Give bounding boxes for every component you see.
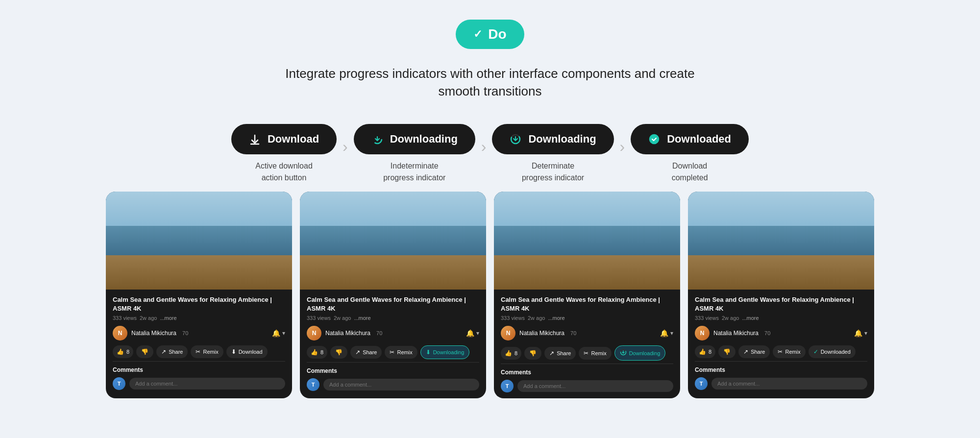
phone-3-channel-info: N Natalia Mikichura 70	[501, 326, 576, 341]
share-button-2[interactable]: ↗ Share	[350, 346, 382, 359]
spin-download-icon-2: ⬇	[426, 349, 431, 356]
download-button-label: Download	[268, 133, 319, 146]
phone-3-comment-row: T	[501, 380, 673, 392]
chevron-icon-3[interactable]: ▾	[670, 330, 673, 337]
phone-2-action-buttons: 👍 8 👎 ↗ Share ✂ Remix ⬇ Downloading	[307, 345, 479, 359]
phone-2-channel-name: Natalia Mikichura	[325, 330, 370, 337]
phone-4-channel-actions: 🔔 ▾	[854, 329, 867, 337]
dislike-button-4[interactable]: 👎	[718, 345, 735, 358]
phone-1-views: 333 views	[113, 315, 137, 321]
phone-2-thumbnail	[300, 192, 486, 290]
phone-2-content: Calm Sea and Gentle Waves for Relaxing A…	[300, 290, 486, 397]
bell-icon-2[interactable]: 🔔	[466, 329, 474, 337]
remix-button-1[interactable]: ✂ Remix	[191, 345, 223, 358]
downloading-determinate-label: Downloading	[528, 133, 596, 146]
share-button-4[interactable]: ↗ Share	[738, 345, 770, 358]
share-button-1[interactable]: ↗ Share	[156, 345, 188, 358]
phone-2-comments-label: Comments	[307, 367, 479, 374]
phone-4-comment-row: T	[695, 377, 867, 390]
bell-icon-4[interactable]: 🔔	[854, 329, 862, 337]
phone-4-channel-subs: 70	[764, 330, 770, 336]
dislike-button-2[interactable]: 👎	[330, 346, 347, 359]
phone-1-channel-avatar: N	[113, 326, 127, 341]
downloaded-button[interactable]: Downloaded	[631, 124, 749, 154]
dislike-button-1[interactable]: 👎	[136, 345, 153, 358]
like-button-2[interactable]: 👍 8	[307, 346, 327, 359]
state-downloaded: Downloaded Downloadcompleted	[631, 124, 749, 184]
chevron-icon-1[interactable]: ▾	[282, 330, 285, 337]
phone-3-more[interactable]: ...more	[548, 315, 564, 321]
phone-1-action-buttons: 👍 8 👎 ↗ Share ✂ Remix ⬇ Download	[113, 345, 285, 358]
share-button-3[interactable]: ↗ Share	[544, 347, 576, 360]
remix-icon-3: ✂	[584, 350, 588, 357]
downloading-indeterminate-button[interactable]: Downloading	[354, 124, 475, 154]
like-icon-4: 👍	[699, 348, 706, 355]
phone-4-channel-row: N Natalia Mikichura 70 🔔 ▾	[695, 326, 867, 341]
svg-point-4	[650, 135, 659, 144]
phone-2-channel-subs: 70	[376, 330, 382, 336]
state-download-description: Active downloadaction button	[255, 160, 313, 184]
download-action-button-3[interactable]: Downloading	[614, 345, 666, 361]
dislike-button-3[interactable]: 👎	[524, 347, 541, 360]
downloading-determinate-button[interactable]: Downloading	[492, 124, 613, 154]
download-small-icon-1: ⬇	[231, 348, 236, 355]
phone-4-views: 333 views	[695, 315, 719, 321]
phone-3-comments: Comments T	[501, 364, 673, 392]
phone-3-meta: 333 views 2w ago ...more	[501, 315, 673, 321]
phone-2-channel-actions: 🔔 ▾	[466, 329, 479, 337]
share-icon-4: ↗	[743, 348, 748, 355]
phone-4-comment-input[interactable]	[711, 378, 867, 389]
phone-1-video-title: Calm Sea and Gentle Waves for Relaxing A…	[113, 295, 285, 313]
remix-icon-4: ✂	[778, 348, 783, 355]
dislike-icon-1: 👎	[141, 348, 148, 355]
phone-3-action-buttons: 👍 8 👎 ↗ Share ✂ Remix	[501, 345, 673, 361]
phone-3-channel-subs: 70	[570, 330, 576, 336]
phone-4-meta: 333 views 2w ago ...more	[695, 315, 867, 321]
phone-1-comment-input[interactable]	[129, 378, 285, 389]
bell-icon-3[interactable]: 🔔	[660, 329, 668, 337]
dislike-icon-3: 👎	[529, 350, 537, 357]
download-action-button-4[interactable]: ✓ Downloaded	[808, 345, 856, 358]
phone-1-comments-label: Comments	[113, 366, 285, 373]
chevron-icon-2[interactable]: ▾	[476, 330, 479, 337]
downloaded-label: Downloaded	[667, 133, 731, 146]
remix-button-4[interactable]: ✂ Remix	[773, 345, 805, 358]
download-action-button-1[interactable]: ⬇ Download	[226, 345, 268, 358]
chevron-icon-4[interactable]: ▾	[864, 330, 867, 337]
phone-2-comment-input[interactable]	[323, 379, 479, 390]
phone-4-comments-label: Comments	[695, 366, 867, 373]
phone-3-content: Calm Sea and Gentle Waves for Relaxing A…	[494, 290, 680, 398]
download-icon	[249, 133, 261, 145]
main-heading: Integrate progress indicators with other…	[270, 65, 710, 100]
phone-1-time: 2w ago	[140, 315, 157, 321]
phone-4-time: 2w ago	[722, 315, 739, 321]
like-button-4[interactable]: 👍 8	[695, 345, 715, 358]
arrow-2: ›	[481, 138, 487, 156]
share-icon-2: ↗	[355, 349, 360, 356]
phone-1-channel-actions: 🔔 ▾	[272, 329, 285, 337]
phone-3-video-title: Calm Sea and Gentle Waves for Relaxing A…	[501, 295, 673, 313]
phone-1-content: Calm Sea and Gentle Waves for Relaxing A…	[106, 290, 292, 396]
progress-download-icon-3	[620, 349, 627, 357]
like-button-1[interactable]: 👍 8	[113, 345, 133, 358]
phone-3-views: 333 views	[501, 315, 525, 321]
state-download: Download Active downloadaction button	[231, 124, 337, 184]
phone-2-time: 2w ago	[334, 315, 351, 321]
phone-3-comments-label: Comments	[501, 369, 673, 376]
bell-icon-1[interactable]: 🔔	[272, 329, 280, 337]
states-row: Download Active downloadaction button › …	[231, 124, 749, 184]
phone-4-action-buttons: 👍 8 👎 ↗ Share ✂ Remix ✓ Downloaded	[695, 345, 867, 358]
like-icon-2: 👍	[311, 349, 318, 356]
remix-button-2[interactable]: ✂ Remix	[385, 346, 417, 359]
download-button[interactable]: Download	[231, 124, 337, 154]
phone-3-channel-row: N Natalia Mikichura 70 🔔 ▾	[501, 326, 673, 341]
remix-button-3[interactable]: ✂ Remix	[579, 347, 611, 360]
phone-2-more[interactable]: ...more	[354, 315, 370, 321]
arrow-3: ›	[620, 138, 625, 156]
phone-4-more[interactable]: ...more	[742, 315, 759, 321]
phone-2-video-title: Calm Sea and Gentle Waves for Relaxing A…	[307, 295, 479, 313]
like-button-3[interactable]: 👍 8	[501, 347, 521, 360]
phone-1-more[interactable]: ...more	[160, 315, 176, 321]
phone-3-comment-input[interactable]	[517, 380, 673, 392]
download-action-button-2[interactable]: ⬇ Downloading	[420, 345, 470, 359]
